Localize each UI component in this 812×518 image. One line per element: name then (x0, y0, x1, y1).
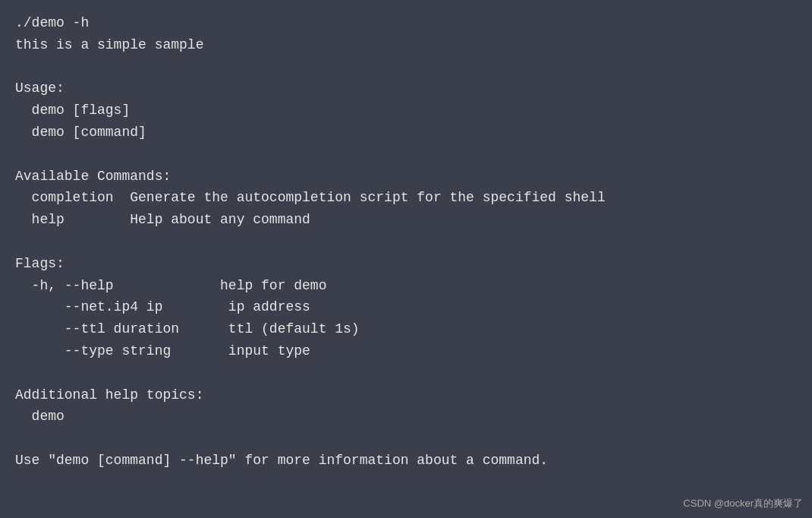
terminal-line-7: Available Commands: (15, 166, 797, 188)
terminal-line-20: Use "demo [command] --help" for more inf… (15, 450, 797, 472)
empty-line-16 (15, 362, 797, 384)
terminal-line-0: ./demo -h (15, 12, 797, 34)
terminal-line-1: this is a simple sample (15, 34, 797, 56)
terminal-line-18: demo (15, 406, 797, 428)
empty-line-6 (15, 144, 797, 166)
terminal-line-11: Flags: (15, 253, 797, 275)
terminal-line-3: Usage: (15, 77, 797, 99)
terminal-line-17: Additional help topics: (15, 384, 797, 406)
empty-line-2 (15, 56, 797, 78)
terminal-line-8: completion Generate the autocompletion s… (15, 187, 797, 209)
terminal-line-14: --ttl duration ttl (default 1s) (15, 318, 797, 340)
terminal-line-13: --net.ip4 ip ip address (15, 296, 797, 318)
terminal-content: ./demo -hthis is a simple sampleUsage: d… (15, 12, 797, 472)
empty-line-10 (15, 231, 797, 253)
terminal-line-4: demo [flags] (15, 99, 797, 122)
watermark: CSDN @docker真的爽爆了 (683, 496, 803, 512)
terminal-line-9: help Help about any command (15, 209, 797, 231)
terminal-line-15: --type string input type (15, 340, 797, 362)
empty-line-19 (15, 428, 797, 450)
terminal-line-12: -h, --help help for demo (15, 275, 797, 297)
terminal-line-5: demo [command] (15, 122, 797, 144)
terminal-window: ./demo -hthis is a simple sampleUsage: d… (0, 0, 812, 518)
